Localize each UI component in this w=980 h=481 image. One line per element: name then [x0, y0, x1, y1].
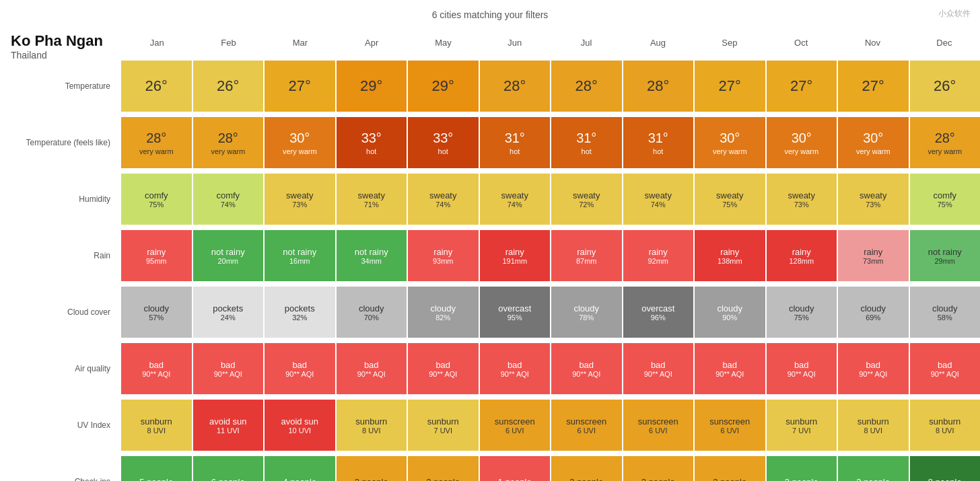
hum-Sep: sweaty75% — [695, 174, 765, 225]
uv-Mar: avoid sun10 UVI — [265, 400, 335, 451]
rain-Jun: rainy191mm — [480, 230, 551, 281]
temperature-row: Temperature 26° 26° 27° 29° 29° 28° 28° … — [0, 61, 980, 112]
fl-May: 33°hot — [408, 117, 479, 168]
aq-Feb: bad90** AQI — [193, 343, 264, 394]
fl-Feb: 28°very warm — [193, 117, 264, 168]
temp-Oct: 27° — [767, 61, 837, 112]
uv-Oct: sunburn7 UVI — [767, 400, 837, 451]
rain-Mar: not rainy16mm — [265, 230, 335, 281]
month-Aug: Aug — [622, 26, 693, 59]
temp-Jun: 28° — [480, 61, 551, 112]
cloud-Oct: cloudy75% — [767, 287, 837, 338]
uv-Dec: sunburn8 UVI — [910, 400, 981, 451]
ci-Jan: 5 people — [121, 456, 192, 481]
month-Dec: Dec — [909, 26, 980, 59]
cloud-Mar: pockets32% — [265, 287, 335, 338]
months-header-bar: Jan Feb Mar Apr May Jun Jul Aug Sep Oct … — [121, 26, 980, 61]
temp-Jul: 28° — [551, 61, 622, 112]
ci-Apr: 2 people — [337, 456, 407, 481]
temp-Aug: 28° — [623, 61, 694, 112]
uv-Nov: sunburn8 UVI — [838, 400, 909, 451]
air-quality-label: Air quality — [0, 343, 121, 394]
month-Jul: Jul — [551, 26, 622, 59]
month-May: May — [407, 26, 479, 59]
ci-Jun: 1 people — [480, 456, 551, 481]
month-Oct: Oct — [765, 26, 837, 59]
fl-Mar: 30°very warm — [265, 117, 335, 168]
aq-Jul: bad90** AQI — [551, 343, 622, 394]
fl-Jun: 31°hot — [480, 117, 551, 168]
month-Feb: Feb — [193, 26, 264, 59]
rain-Nov: rainy73mm — [838, 230, 909, 281]
hum-Dec: comfy75% — [910, 174, 981, 225]
aq-Aug: bad90** AQI — [623, 343, 694, 394]
rain-row: Rain rainy95mm not rainy20mm not rainy16… — [0, 230, 980, 281]
fl-Sep: 30°very warm — [695, 117, 765, 168]
page-title-bar: 6 cities matching your filters — [0, 0, 980, 26]
air-quality-row: Air quality bad90** AQI bad90** AQI bad9… — [0, 343, 980, 394]
uv-label: UV Index — [0, 400, 121, 451]
humidity-label: Humidity — [0, 174, 121, 225]
ci-Mar: 4 people — [265, 456, 335, 481]
rain-Dec: not rainy29mm — [910, 230, 981, 281]
rain-Oct: rainy128mm — [767, 230, 837, 281]
temp-Nov: 27° — [838, 61, 909, 112]
temp-May: 29° — [408, 61, 479, 112]
month-Jan: Jan — [121, 26, 193, 59]
feels-like-row: Temperature (feels like) 28°very warm 28… — [0, 117, 980, 168]
cloud-Jul: cloudy78% — [551, 287, 622, 338]
cloud-Nov: cloudy69% — [838, 287, 909, 338]
hum-May: sweaty74% — [408, 174, 479, 225]
city-info: Ko Pha Ngan Thailand — [0, 26, 121, 61]
fl-Jan: 28°very warm — [121, 117, 192, 168]
uv-Jun: sunscreen6 UVI — [480, 400, 551, 451]
aq-Jun: bad90** AQI — [480, 343, 551, 394]
hum-Oct: sweaty73% — [767, 174, 837, 225]
city-name-display: Ko Pha Ngan — [11, 32, 121, 50]
aq-Dec: bad90** AQI — [910, 343, 981, 394]
aq-Jan: bad90** AQI — [121, 343, 192, 394]
cloud-Feb: pockets24% — [193, 287, 264, 338]
ci-Nov: 3 people — [838, 456, 909, 481]
humidity-row: Humidity comfy75% comfy74% sweaty73% swe… — [0, 174, 980, 225]
temp-Dec: 26° — [910, 61, 981, 112]
hum-Nov: sweaty73% — [838, 174, 909, 225]
rain-label: Rain — [0, 230, 121, 281]
ci-May: 2 people — [408, 456, 479, 481]
uv-Jan: sunburn8 UVI — [121, 400, 192, 451]
cloud-Apr: cloudy70% — [337, 287, 407, 338]
cloud-Jan: cloudy57% — [121, 287, 192, 338]
ci-Feb: 6 people — [193, 456, 264, 481]
ci-Dec: 8 people — [910, 456, 981, 481]
temp-Jan: 26° — [121, 61, 192, 112]
hum-Mar: sweaty73% — [265, 174, 335, 225]
cloud-Dec: cloudy58% — [910, 287, 981, 338]
uv-May: sunburn7 UVI — [408, 400, 479, 451]
uv-row: UV Index sunburn8 UVI avoid sun11 UVI av… — [0, 400, 980, 451]
fl-Aug: 31°hot — [623, 117, 694, 168]
rain-Sep: rainy138mm — [695, 230, 765, 281]
fl-Jul: 31°hot — [551, 117, 622, 168]
month-Sep: Sep — [694, 26, 765, 59]
temperature-label: Temperature — [0, 61, 121, 112]
hum-Apr: sweaty71% — [337, 174, 407, 225]
fl-Oct: 30°very warm — [767, 117, 837, 168]
rain-May: rainy93mm — [408, 230, 479, 281]
aq-Oct: bad90** AQI — [767, 343, 837, 394]
uv-Apr: sunburn8 UVI — [337, 400, 407, 451]
ci-Oct: 3 people — [767, 456, 837, 481]
cloud-Aug: overcast96% — [623, 287, 694, 338]
month-Mar: Mar — [265, 26, 336, 59]
aq-May: bad90** AQI — [408, 343, 479, 394]
rain-Aug: rainy92mm — [623, 230, 694, 281]
temp-Mar: 27° — [265, 61, 335, 112]
hum-Aug: sweaty74% — [623, 174, 694, 225]
hum-Jan: comfy75% — [121, 174, 192, 225]
filter-title: 6 cities matching your filters — [432, 9, 549, 20]
cloud-Jun: overcast95% — [480, 287, 551, 338]
aq-Sep: bad90** AQI — [695, 343, 765, 394]
checkins-row: Check-ins 5 people 6 people 4 people 2 p… — [0, 456, 980, 481]
temp-Feb: 26° — [193, 61, 264, 112]
cloud-Sep: cloudy90% — [695, 287, 765, 338]
temp-Sep: 27° — [695, 61, 765, 112]
